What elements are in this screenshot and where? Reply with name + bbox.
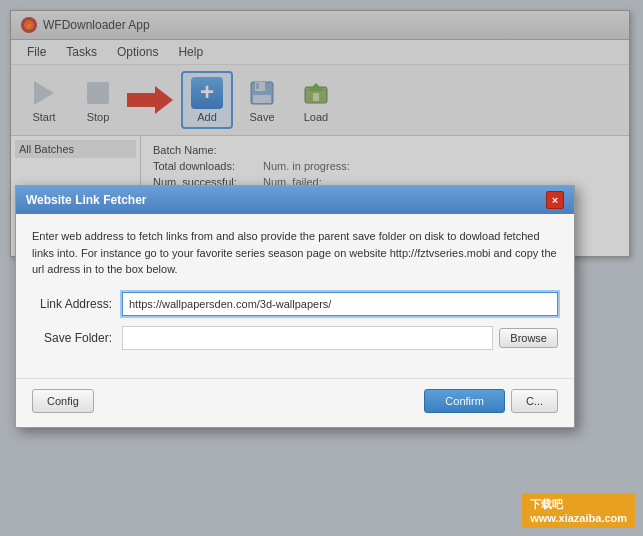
watermark-line1: 下载吧 bbox=[530, 497, 627, 512]
config-button[interactable]: Config bbox=[32, 389, 94, 413]
dialog-title: Website Link Fetcher bbox=[26, 193, 146, 207]
watermark: 下载吧 www.xiazaiba.com bbox=[522, 493, 635, 528]
footer-right-buttons: Confirm C... bbox=[424, 389, 558, 413]
watermark-line2: www.xiazaiba.com bbox=[530, 512, 627, 524]
link-address-row: Link Address: bbox=[32, 292, 558, 316]
save-folder-label: Save Folder: bbox=[32, 331, 122, 345]
browse-button[interactable]: Browse bbox=[499, 328, 558, 348]
website-link-fetcher-dialog: Website Link Fetcher × Enter web address… bbox=[15, 185, 575, 428]
save-folder-row: Save Folder: Browse bbox=[32, 326, 558, 350]
link-address-label: Link Address: bbox=[32, 297, 122, 311]
cancel-button[interactable]: C... bbox=[511, 389, 558, 413]
confirm-button[interactable]: Confirm bbox=[424, 389, 505, 413]
dialog-description: Enter web address to fetch links from an… bbox=[32, 228, 558, 278]
dialog-close-button[interactable]: × bbox=[546, 191, 564, 209]
dialog-title-bar: Website Link Fetcher × bbox=[16, 186, 574, 214]
link-address-input[interactable] bbox=[122, 292, 558, 316]
save-folder-input[interactable] bbox=[122, 326, 493, 350]
dialog-footer: Config Confirm C... bbox=[16, 378, 574, 427]
dialog-body: Enter web address to fetch links from an… bbox=[16, 214, 574, 374]
